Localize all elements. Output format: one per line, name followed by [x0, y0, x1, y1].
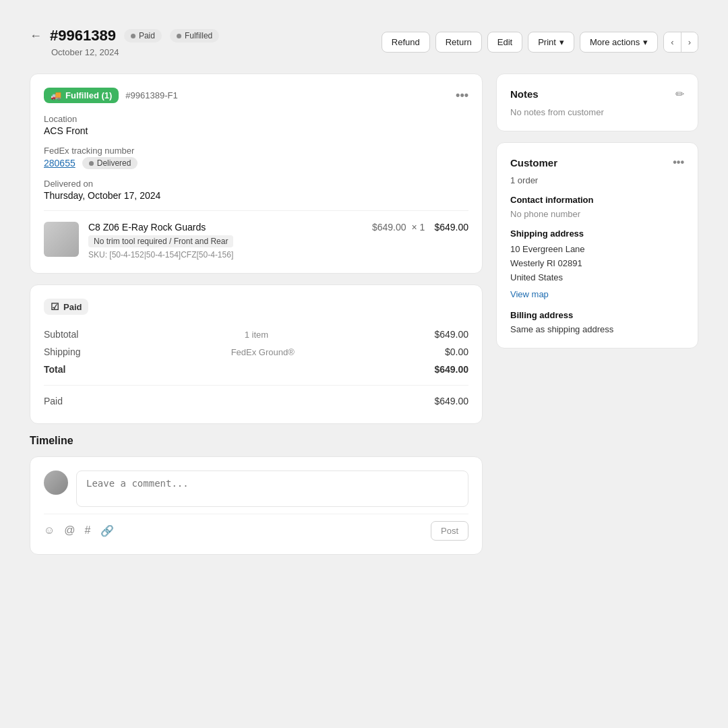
fulfilled-title: 🚚 Fulfilled (1) #9961389-F1	[44, 88, 178, 103]
comment-input[interactable]	[76, 471, 468, 507]
summary-divider	[44, 385, 468, 386]
edit-button[interactable]: Edit	[487, 32, 522, 53]
view-map-link[interactable]: View map	[510, 289, 549, 299]
customer-card-header: Customer •••	[510, 156, 684, 169]
location-value: ACS Front	[44, 125, 468, 136]
shipping-row: Shipping FedEx Ground® $0.00	[44, 343, 468, 361]
delivered-field: Delivered on Thursday, October 17, 2024	[44, 179, 468, 201]
subtotal-row: Subtotal 1 item $649.00	[44, 326, 468, 343]
timeline-title: Timeline	[30, 435, 483, 447]
paid-status-badge: ☑ Paid	[44, 299, 88, 315]
back-button[interactable]: ←	[30, 30, 42, 42]
nav-next-button[interactable]: ›	[681, 32, 698, 52]
shipping-address-label: Shipping address	[510, 229, 684, 239]
fulfilled-more-button[interactable]: •••	[456, 88, 468, 102]
product-image	[44, 222, 79, 257]
paid-card: ☑ Paid Subtotal 1 item $649.00 Shipping …	[30, 284, 483, 424]
paid-badge-dot	[131, 34, 135, 38]
paid-row: Paid $649.00	[44, 392, 468, 410]
link-icon[interactable]: 🔗	[100, 524, 114, 537]
customer-title: Customer	[510, 157, 557, 169]
timeline-card: ☺ @ # 🔗 Post	[30, 456, 483, 555]
product-name: C8 Z06 E-Ray Rock Guards	[88, 222, 363, 233]
product-row: C8 Z06 E-Ray Rock Guards No trim tool re…	[44, 210, 468, 260]
fulfilled-badge-dot	[177, 34, 181, 38]
header-left: ← #9961389 Paid Fulfilled October 12, 20…	[30, 27, 219, 57]
billing-value: Same as shipping address	[510, 324, 684, 334]
location-field: Location ACS Front	[44, 114, 468, 136]
no-phone: No phone number	[510, 209, 684, 219]
tracking-label: FedEx tracking number	[44, 146, 468, 156]
title-row: ← #9961389 Paid Fulfilled	[30, 27, 219, 44]
return-button[interactable]: Return	[435, 32, 482, 53]
notes-edit-button[interactable]: ✏	[675, 88, 684, 100]
chevron-down-icon: ▾	[643, 37, 648, 47]
fulfilled-card-header: 🚚 Fulfilled (1) #9961389-F1 •••	[44, 88, 468, 103]
order-number: #9961389	[50, 27, 116, 44]
order-header: ← #9961389 Paid Fulfilled October 12, 20…	[30, 27, 698, 57]
product-variant: No trim tool required / Front and Rear	[88, 235, 233, 247]
chevron-down-icon: ▾	[559, 37, 564, 47]
tracking-number-link[interactable]: 280655	[44, 158, 75, 169]
product-img-placeholder	[44, 222, 79, 257]
nav-prev-button[interactable]: ‹	[664, 32, 681, 52]
delivered-label: Delivered on	[44, 179, 468, 189]
product-info: C8 Z06 E-Ray Rock Guards No trim tool re…	[88, 222, 363, 260]
no-notes-text: No notes from customer	[510, 107, 684, 117]
timeline-footer: ☺ @ # 🔗 Post	[44, 514, 468, 541]
shipping-address: 10 Evergreen Lane Westerly RI 02891 Unit…	[510, 243, 684, 284]
main-left: 🚚 Fulfilled (1) #9961389-F1 ••• Location…	[30, 73, 483, 555]
timeline-section: Timeline ☺ @ # 🔗	[30, 435, 483, 555]
post-button[interactable]: Post	[431, 521, 468, 541]
notes-card: Notes ✏ No notes from customer	[496, 73, 698, 131]
avatar	[44, 471, 68, 495]
fulfillment-id: #9961389-F1	[125, 90, 177, 100]
main-right: Notes ✏ No notes from customer Customer …	[496, 73, 698, 555]
customer-orders: 1 order	[510, 175, 684, 185]
customer-card: Customer ••• 1 order Contact information…	[496, 142, 698, 348]
avatar-image	[44, 471, 68, 495]
total-row: Total $649.00	[44, 361, 468, 378]
order-date: October 12, 2024	[51, 47, 219, 57]
product-total: $649.00	[434, 222, 468, 233]
delivered-date: Thursday, October 17, 2024	[44, 190, 468, 201]
main-layout: 🚚 Fulfilled (1) #9961389-F1 ••• Location…	[30, 73, 698, 555]
at-icon[interactable]: @	[64, 524, 75, 537]
timeline-input-row	[44, 471, 468, 507]
notes-title: Notes	[510, 88, 539, 100]
product-price: $649.00 × 1	[372, 222, 425, 233]
delivered-dot	[89, 161, 94, 166]
fulfilled-status-badge: 🚚 Fulfilled (1)	[44, 88, 119, 103]
nav-buttons: ‹ ›	[663, 32, 698, 53]
truck-icon: 🚚	[51, 90, 61, 100]
tracking-field: FedEx tracking number 280655 Delivered	[44, 146, 468, 169]
more-actions-button[interactable]: More actions ▾	[580, 32, 658, 53]
emoji-icon[interactable]: ☺	[44, 524, 55, 537]
notes-card-header: Notes ✏	[510, 88, 684, 100]
hash-icon[interactable]: #	[85, 524, 91, 537]
paid-badge: Paid	[124, 29, 162, 42]
header-actions: Refund Return Edit Print ▾ More actions …	[382, 32, 698, 53]
fulfilled-badge: Fulfilled	[170, 29, 219, 42]
billing-address-label: Billing address	[510, 310, 684, 320]
fulfilled-card: 🚚 Fulfilled (1) #9961389-F1 ••• Location…	[30, 73, 483, 274]
print-button[interactable]: Print ▾	[528, 32, 574, 53]
location-label: Location	[44, 114, 468, 124]
delivered-badge: Delivered	[82, 157, 138, 169]
product-sku: SKU: [50-4-152|50-4-154]CFZ[50-4-156]	[88, 250, 363, 260]
tracking-row: 280655 Delivered	[44, 157, 468, 169]
paid-card-header: ☑ Paid	[44, 299, 468, 315]
customer-more-button[interactable]: •••	[673, 156, 684, 169]
timeline-icons: ☺ @ # 🔗	[44, 524, 114, 537]
check-icon: ☑	[51, 301, 59, 312]
contact-label: Contact information	[510, 195, 684, 205]
refund-button[interactable]: Refund	[382, 32, 430, 53]
